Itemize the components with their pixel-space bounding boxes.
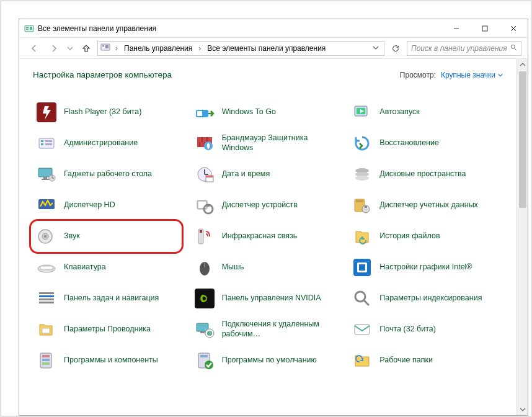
- content-area: Настройка параметров компьютера Просмотр…: [19, 59, 528, 415]
- svg-point-11: [511, 45, 515, 48]
- control-panel-item[interactable]: Панель управления NVIDIA: [191, 283, 345, 314]
- item-label: Брандмауэр Защитника Windows: [222, 133, 327, 153]
- control-panel-item[interactable]: Диспетчер учетных данных: [348, 190, 503, 221]
- item-label: Диспетчер HD: [64, 200, 115, 210]
- scroll-up-icon[interactable]: [517, 59, 528, 70]
- body: Настройка параметров компьютера Просмотр…: [19, 59, 516, 415]
- control-panel-item[interactable]: Настройки графики Intel®: [348, 252, 503, 283]
- control-panel-item[interactable]: Программы по умолчанию: [191, 345, 345, 376]
- control-panel-item[interactable]: Flash Player (32 бита): [33, 97, 187, 128]
- item-icon: [193, 318, 216, 341]
- highlight-ring: [29, 219, 184, 254]
- item-icon: [35, 318, 58, 341]
- svg-rect-75: [200, 331, 205, 333]
- svg-rect-10: [105, 45, 109, 48]
- item-label: Администрирование: [64, 138, 138, 148]
- control-panel-item[interactable]: Инфракрасная связь: [191, 221, 345, 252]
- svg-rect-21: [45, 140, 52, 142]
- svg-rect-41: [206, 176, 213, 177]
- control-panel-item[interactable]: Клавиатура: [33, 252, 187, 283]
- control-panel-item[interactable]: Автозапуск: [348, 97, 503, 128]
- window: Все элементы панели управления: [19, 19, 528, 416]
- search-placeholder: Поиск в панели управления: [411, 44, 510, 53]
- item-label: Панель задач и навигация: [64, 294, 159, 303]
- control-panel-item[interactable]: Программы и компоненты: [33, 345, 187, 376]
- svg-rect-1: [26, 27, 29, 28]
- scrollbar[interactable]: [516, 59, 528, 415]
- search-input[interactable]: Поиск в панели управления: [407, 41, 521, 56]
- up-button[interactable]: [78, 40, 95, 56]
- item-icon: [193, 163, 216, 186]
- item-icon: [351, 132, 373, 155]
- item-label: Дисковые пространства: [379, 169, 466, 179]
- item-label: Рабочие папки: [379, 356, 433, 365]
- item-icon: [35, 132, 58, 155]
- control-panel-item[interactable]: Параметры индексирования: [348, 283, 503, 314]
- close-button[interactable]: [499, 19, 528, 38]
- control-panel-icon: [24, 24, 34, 34]
- search-icon: [510, 43, 517, 53]
- address-dropdown-icon[interactable]: [370, 44, 381, 53]
- item-icon: [193, 132, 216, 155]
- control-panel-item[interactable]: Мышь: [191, 252, 345, 283]
- control-panel-item[interactable]: Диспетчер устройств: [191, 190, 345, 221]
- item-icon: [35, 101, 58, 123]
- item-label: Автозапуск: [379, 107, 419, 117]
- svg-rect-33: [42, 179, 49, 180]
- svg-rect-82: [42, 362, 50, 365]
- chevron-right-icon[interactable]: ›: [196, 44, 203, 53]
- item-icon: [193, 101, 216, 123]
- item-label: Инфракрасная связь: [222, 231, 298, 241]
- control-panel-small-icon: [100, 42, 110, 54]
- view-selector[interactable]: Крупные значки: [441, 71, 503, 79]
- control-panel-item[interactable]: Рабочие папки: [348, 345, 503, 376]
- svg-rect-58: [200, 230, 202, 233]
- item-icon: [351, 163, 373, 186]
- item-label: Клавиатура: [64, 262, 106, 272]
- control-panel-item[interactable]: История файлов: [348, 221, 503, 252]
- control-panel-item[interactable]: Гаджеты рабочего стола: [33, 159, 187, 190]
- svg-rect-20: [41, 143, 43, 145]
- item-icon: [193, 256, 216, 279]
- control-panel-item[interactable]: Дисковые пространства: [348, 159, 503, 190]
- control-panel-item[interactable]: Администрирование: [33, 128, 187, 159]
- item-label: Windows To Go: [222, 107, 276, 117]
- refresh-button[interactable]: [387, 41, 404, 56]
- svg-rect-81: [42, 359, 50, 361]
- scroll-down-icon[interactable]: [517, 404, 528, 415]
- recent-locations-button[interactable]: [65, 40, 75, 56]
- svg-rect-3: [30, 27, 32, 30]
- item-label: Настройки графики Intel®: [379, 262, 472, 272]
- address-bar[interactable]: › Панель управления › Все элементы панел…: [97, 41, 384, 56]
- chevron-right-icon[interactable]: ›: [113, 44, 120, 53]
- svg-rect-78: [355, 325, 370, 334]
- item-icon: [193, 287, 216, 310]
- control-panel-item[interactable]: Параметры Проводника: [33, 314, 187, 345]
- forward-button[interactable]: [45, 40, 63, 56]
- control-panel-item[interactable]: Почта (32 бита): [348, 314, 503, 345]
- control-panel-item[interactable]: Диспетчер HD: [33, 190, 187, 221]
- svg-point-71: [355, 292, 365, 302]
- item-label: Программы и компоненты: [64, 356, 158, 365]
- scroll-thumb[interactable]: [519, 71, 526, 208]
- breadcrumb-root[interactable]: Панель управления: [123, 43, 193, 54]
- control-panel-item[interactable]: Брандмауэр Защитника Windows: [191, 128, 345, 159]
- back-button[interactable]: [25, 40, 43, 56]
- control-panel-item[interactable]: Дата и время: [191, 159, 345, 190]
- item-icon: [351, 256, 373, 279]
- svg-point-44: [355, 176, 369, 181]
- nav-bar: › Панель управления › Все элементы панел…: [19, 38, 528, 59]
- svg-rect-65: [359, 264, 365, 271]
- control-panel-item[interactable]: Восстановление: [348, 128, 503, 159]
- breadcrumb-current[interactable]: Все элементы панели управления: [206, 43, 327, 54]
- minimize-button[interactable]: [442, 19, 471, 38]
- maximize-button[interactable]: [471, 19, 499, 38]
- header-row: Настройка параметров компьютера Просмотр…: [33, 70, 503, 79]
- svg-rect-49: [207, 205, 210, 207]
- control-panel-item[interactable]: Подключения к удаленным рабочим…: [191, 314, 345, 345]
- control-panel-item[interactable]: Windows To Go: [191, 97, 345, 128]
- svg-rect-2: [26, 29, 29, 30]
- page-title: Настройка параметров компьютера: [33, 70, 400, 79]
- control-panel-item[interactable]: Панель задач и навигация: [33, 283, 187, 314]
- svg-line-72: [364, 300, 369, 305]
